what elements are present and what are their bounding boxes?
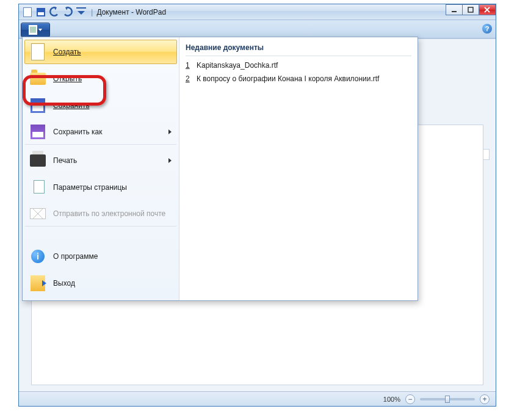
chevron-down-icon: [38, 29, 42, 31]
qat-customize-button[interactable]: [75, 6, 87, 18]
zoom-out-button[interactable]: −: [405, 394, 415, 404]
minimize-button[interactable]: [446, 4, 463, 15]
titlebar: | Документ - WordPad: [19, 4, 496, 20]
recent-doc-name: К вопросу о биографии Конана I короля Ак…: [197, 74, 379, 83]
new-document-icon: [29, 43, 47, 61]
maximize-button[interactable]: [462, 4, 479, 15]
menu-item-page-setup-label: Параметры страницы: [53, 183, 127, 192]
qat-redo-button[interactable]: [62, 6, 74, 18]
submenu-arrow-icon: [168, 129, 172, 134]
menu-item-new[interactable]: Создать: [24, 40, 177, 64]
help-button[interactable]: ?: [482, 24, 492, 34]
recent-doc-number: 2: [186, 74, 192, 83]
menu-item-save-as[interactable]: Сохранить как: [24, 120, 177, 145]
svg-rect-1: [452, 11, 457, 12]
menu-item-print-label: Печать: [53, 156, 77, 165]
save-as-icon: [29, 123, 47, 141]
file-menu-icon: [29, 25, 37, 35]
qat-undo-button[interactable]: [48, 6, 60, 18]
menu-item-save-as-label: Сохранить как: [53, 128, 102, 136]
recent-doc-name: Kapitanskaya_Dochka.rtf: [197, 61, 278, 70]
recent-document-item[interactable]: 2 К вопросу о биографии Конана I короля …: [186, 72, 411, 85]
menu-item-exit-label: Выход: [53, 279, 75, 288]
window-title: Документ - WordPad: [96, 8, 166, 16]
envelope-icon: [29, 205, 47, 223]
file-menu-button[interactable]: [21, 23, 50, 37]
caption-buttons: [446, 4, 496, 15]
menu-item-send-email-label: Отправить по электронной почте: [53, 209, 165, 218]
zoom-in-button[interactable]: +: [480, 394, 490, 404]
recent-document-item[interactable]: 1 Kapitanskaya_Dochka.rtf: [186, 59, 411, 72]
recent-documents-header: Недавние документы: [186, 41, 411, 56]
info-icon: i: [29, 247, 47, 266]
menu-item-save-label: Сохранить: [53, 101, 90, 110]
exit-icon: [29, 274, 47, 292]
menu-item-send-email: Отправить по электронной почте: [24, 202, 177, 226]
qat-save-button[interactable]: [35, 6, 47, 18]
open-folder-icon: [29, 70, 47, 88]
ribbon: ?: [19, 20, 496, 38]
recent-documents-panel: Недавние документы 1 Kapitanskaya_Dochka…: [179, 37, 418, 300]
menu-item-exit[interactable]: Выход: [24, 271, 177, 295]
statusbar: 100% − +: [19, 391, 496, 406]
page-setup-icon: [29, 178, 47, 197]
recent-doc-number: 1: [186, 61, 192, 70]
menu-item-save[interactable]: Сохранить: [24, 93, 177, 118]
quick-access-toolbar: [19, 6, 87, 18]
zoom-slider-thumb[interactable]: [445, 396, 450, 403]
svg-rect-0: [76, 7, 86, 9]
save-disk-icon: [29, 96, 47, 115]
printer-icon: [29, 151, 47, 170]
menu-item-open-label: Открыть: [53, 74, 82, 83]
close-button[interactable]: [479, 4, 496, 15]
menu-item-print[interactable]: Печать: [24, 148, 177, 173]
zoom-label: 100%: [383, 396, 400, 403]
svg-rect-2: [468, 7, 473, 12]
file-menu-dropdown: Создать Открыть Сохранить Сохранить как …: [22, 37, 418, 301]
menu-item-new-label: Создать: [53, 48, 81, 56]
menu-item-about-label: О программе: [53, 252, 98, 261]
menu-item-page-setup[interactable]: Параметры страницы: [24, 175, 177, 200]
submenu-arrow-icon: [168, 158, 172, 163]
app-icon: [21, 6, 34, 18]
titlebar-separator: |: [91, 7, 93, 16]
menu-item-about[interactable]: i О программе: [24, 244, 177, 269]
file-menu-left-panel: Создать Открыть Сохранить Сохранить как …: [23, 37, 179, 300]
menu-item-open[interactable]: Открыть: [24, 67, 177, 91]
zoom-slider[interactable]: [420, 398, 475, 400]
